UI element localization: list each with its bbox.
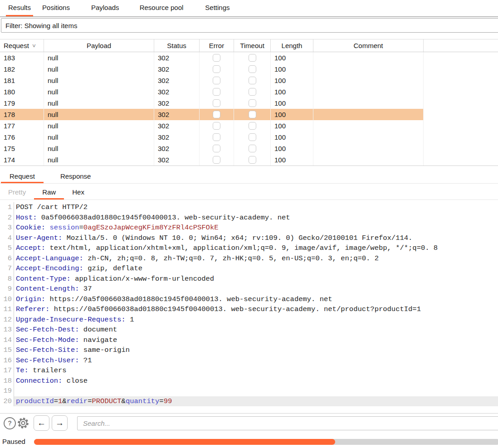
tab-raw[interactable]: Raw — [34, 186, 64, 200]
column-header-timeout[interactable]: Timeout — [234, 39, 271, 52]
column-header-status[interactable]: Status — [154, 39, 200, 52]
timeout-checkbox[interactable] — [249, 122, 256, 130]
code-segment: Cookie: — [16, 224, 45, 232]
code-segment: ?1 — [79, 356, 92, 365]
error-checkbox[interactable] — [213, 65, 220, 73]
timeout-checkbox[interactable] — [249, 99, 256, 107]
column-header-length[interactable]: Length — [271, 39, 313, 52]
error-cell — [200, 120, 234, 131]
timeout-checkbox[interactable] — [249, 156, 256, 164]
help-icon[interactable]: ? — [4, 417, 16, 429]
timeout-checkbox[interactable] — [249, 77, 256, 84]
timeout-checkbox[interactable] — [249, 65, 256, 73]
results-table: Request ∨ Payload Status Error Timeout L… — [0, 39, 498, 166]
row-filler — [424, 143, 498, 154]
line-number: 13 — [0, 325, 14, 335]
editor-line[interactable]: 9Content-Length: 37 — [0, 284, 498, 294]
editor-line[interactable]: 14Sec-Fetch-Mode: navigate — [0, 335, 498, 346]
editor-line[interactable]: 4User-Agent: Mozilla/5. 0 (Windows NT 10… — [0, 233, 498, 243]
editor-line[interactable]: 12Upgrade-Insecure-Requests: 1 — [0, 315, 498, 325]
code-line: Cookie: session=0agESzoJapWcegKFim8YzFRl… — [14, 223, 498, 233]
code-segment: Sec-Fetch-Mode: — [16, 336, 79, 344]
table-row[interactable]: 183null302100 — [0, 52, 498, 63]
timeout-checkbox[interactable] — [249, 133, 256, 141]
table-row[interactable]: 181null302100 — [0, 75, 498, 86]
payload-cell: null — [44, 154, 154, 166]
code-segment: Connection: — [16, 377, 62, 385]
editor-line[interactable]: 5Accept: text/html, application/xhtml+xm… — [0, 243, 498, 253]
error-checkbox[interactable] — [213, 111, 220, 118]
error-checkbox[interactable] — [213, 54, 220, 62]
error-checkbox[interactable] — [213, 88, 220, 96]
editor-line[interactable]: 19 — [0, 386, 498, 396]
editor-line[interactable]: 6Accept-Language: zh-CN, zh;q=0. 8, zh-T… — [0, 253, 498, 264]
line-number: 11 — [0, 304, 14, 315]
tab-payloads[interactable]: Payloads — [89, 0, 122, 16]
code-line: POST /cart HTTP/2 — [14, 202, 498, 213]
code-line: productId=1&redir=PRODUCT&quantity=99 — [14, 396, 498, 407]
editor-line[interactable]: 18Connection: close — [0, 376, 498, 386]
code-segment: User-Agent: — [16, 234, 62, 242]
status-cell: 302 — [154, 52, 200, 63]
editor-line[interactable]: 13Sec-Fetch-Dest: document — [0, 325, 498, 335]
table-row[interactable]: 177null302100 — [0, 120, 498, 131]
editor-line[interactable]: 15Sec-Fetch-Site: same-origin — [0, 345, 498, 355]
tab-pretty[interactable]: Pretty — [0, 186, 34, 200]
timeout-checkbox[interactable] — [249, 88, 256, 96]
error-cell — [200, 109, 234, 120]
editor-line[interactable]: 10Origin: https://0a5f0066038ad01880c194… — [0, 294, 498, 305]
error-checkbox[interactable] — [213, 145, 220, 152]
timeout-checkbox[interactable] — [249, 111, 256, 118]
editor-line[interactable]: 20productId=1&redir=PRODUCT&quantity=99 — [0, 396, 498, 407]
table-row[interactable]: 179null302100 — [0, 97, 498, 109]
tabbar-divider — [0, 16, 498, 17]
editor-line[interactable]: 8Content-Type: application/x-www-form-ur… — [0, 274, 498, 284]
line-number: 20 — [0, 396, 14, 407]
timeout-checkbox[interactable] — [249, 145, 256, 152]
code-segment: quantity — [126, 397, 159, 405]
column-header-error[interactable]: Error — [200, 39, 234, 52]
tab-request[interactable]: Request — [1, 170, 44, 183]
tab-resource-pool[interactable]: Resource pool — [137, 0, 186, 16]
table-row[interactable]: 174null302100 — [0, 154, 498, 166]
tab-response[interactable]: Response — [52, 170, 100, 183]
error-checkbox[interactable] — [213, 77, 220, 84]
column-header-request[interactable]: Request ∨ — [0, 39, 44, 52]
table-row[interactable]: 180null302100 — [0, 86, 498, 97]
tab-hex[interactable]: Hex — [64, 186, 93, 200]
editor-line[interactable]: 1POST /cart HTTP/2 — [0, 202, 498, 213]
search-input[interactable] — [77, 416, 498, 430]
timeout-checkbox[interactable] — [249, 54, 256, 62]
error-checkbox[interactable] — [213, 122, 220, 130]
row-filler — [424, 52, 498, 63]
editor-line[interactable]: 3Cookie: session=0agESzoJapWcegKFim8YzFR… — [0, 223, 498, 233]
tab-positions[interactable]: Positions — [40, 0, 72, 16]
code-segment: 99 — [164, 397, 172, 405]
column-header-comment[interactable]: Comment — [313, 39, 424, 52]
table-row[interactable]: 175null302100 — [0, 143, 498, 154]
editor-line[interactable]: 16Sec-Fetch-User: ?1 — [0, 355, 498, 366]
table-row[interactable]: 176null302100 — [0, 131, 498, 143]
error-cell — [200, 86, 234, 97]
editor-line[interactable]: 7Accept-Encoding: gzip, deflate — [0, 263, 498, 274]
filter-bar[interactable]: Filter: Showing all items — [1, 18, 498, 33]
error-checkbox[interactable] — [213, 156, 220, 164]
request-cell: 176 — [0, 131, 44, 143]
tab-settings[interactable]: Settings — [203, 0, 232, 16]
error-checkbox[interactable] — [213, 99, 220, 107]
request-editor[interactable]: 1POST /cart HTTP/22Host: 0a5f0066038ad01… — [0, 201, 498, 413]
length-cell: 100 — [271, 97, 313, 109]
table-row[interactable]: 178null302100 — [0, 109, 498, 120]
column-header-payload[interactable]: Payload — [44, 39, 154, 52]
settings-gear-icon[interactable] — [16, 416, 30, 430]
editor-line[interactable]: 17Te: trailers — [0, 365, 498, 376]
editor-line[interactable]: 11Referer: https://0a5f0066038ad01880c19… — [0, 304, 498, 315]
previous-button[interactable]: ← — [34, 415, 49, 431]
next-button[interactable]: → — [52, 415, 68, 431]
error-checkbox[interactable] — [213, 133, 220, 141]
table-row[interactable]: 182null302100 — [0, 63, 498, 75]
tab-results[interactable]: Results — [6, 0, 33, 16]
code-segment: Accept-Language: — [16, 254, 83, 263]
code-segment: Content-Type: — [16, 275, 71, 283]
editor-line[interactable]: 2Host: 0a5f0066038ad01880c1945f00400013.… — [0, 213, 498, 223]
